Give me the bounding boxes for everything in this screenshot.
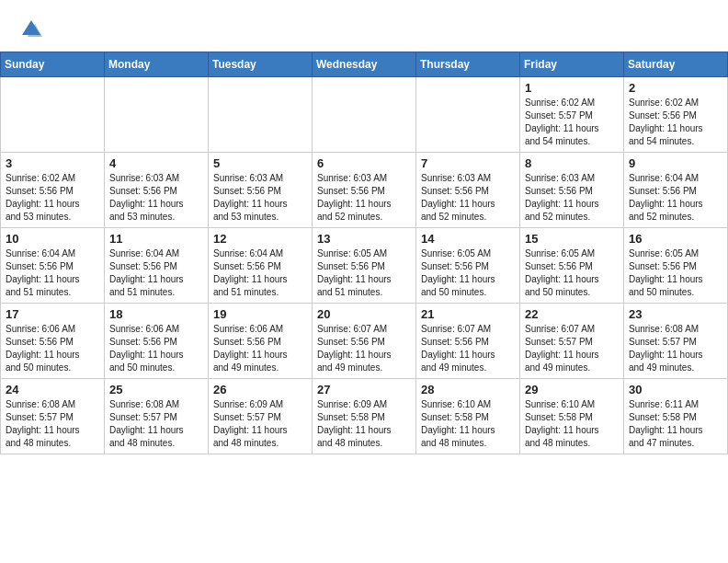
calendar-cell: 7Sunrise: 6:03 AM Sunset: 5:56 PM Daylig…: [416, 153, 520, 228]
calendar-cell: 21Sunrise: 6:07 AM Sunset: 5:56 PM Dayli…: [416, 304, 520, 379]
day-info: Sunrise: 6:07 AM Sunset: 5:56 PM Dayligh…: [421, 323, 515, 374]
calendar-cell: 1Sunrise: 6:02 AM Sunset: 5:57 PM Daylig…: [520, 77, 624, 153]
day-info: Sunrise: 6:07 AM Sunset: 5:56 PM Dayligh…: [317, 323, 411, 374]
calendar-cell: 6Sunrise: 6:03 AM Sunset: 5:56 PM Daylig…: [313, 153, 416, 228]
day-number: 1: [525, 81, 619, 95]
day-info: Sunrise: 6:05 AM Sunset: 5:56 PM Dayligh…: [629, 247, 722, 299]
calendar-cell: [416, 77, 520, 153]
calendar-cell: 19Sunrise: 6:06 AM Sunset: 5:56 PM Dayli…: [209, 304, 313, 379]
day-number: 30: [629, 383, 722, 396]
day-info: Sunrise: 6:06 AM Sunset: 5:56 PM Dayligh…: [6, 323, 99, 374]
calendar-table: SundayMondayTuesdayWednesdayThursdayFrid…: [0, 52, 728, 454]
calendar-cell: 15Sunrise: 6:05 AM Sunset: 5:56 PM Dayli…: [520, 228, 624, 304]
day-info: Sunrise: 6:10 AM Sunset: 5:58 PM Dayligh…: [525, 398, 619, 450]
day-info: Sunrise: 6:09 AM Sunset: 5:58 PM Dayligh…: [317, 398, 411, 450]
calendar-cell: 29Sunrise: 6:10 AM Sunset: 5:58 PM Dayli…: [520, 379, 624, 454]
calendar-cell: 18Sunrise: 6:06 AM Sunset: 5:56 PM Dayli…: [105, 304, 209, 379]
day-number: 3: [6, 156, 99, 170]
weekday-header-row: SundayMondayTuesdayWednesdayThursdayFrid…: [1, 52, 728, 77]
day-number: 23: [629, 307, 722, 321]
calendar-cell: 16Sunrise: 6:05 AM Sunset: 5:56 PM Dayli…: [624, 228, 728, 304]
day-number: 5: [213, 156, 307, 170]
calendar-cell: [209, 77, 313, 153]
day-info: Sunrise: 6:08 AM Sunset: 5:57 PM Dayligh…: [109, 398, 203, 450]
day-info: Sunrise: 6:05 AM Sunset: 5:56 PM Dayligh…: [317, 247, 411, 299]
calendar-cell: 26Sunrise: 6:09 AM Sunset: 5:57 PM Dayli…: [209, 379, 313, 454]
day-number: 7: [421, 156, 515, 170]
day-number: 14: [421, 232, 515, 246]
day-info: Sunrise: 6:02 AM Sunset: 5:57 PM Dayligh…: [525, 97, 619, 148]
calendar-week-row: 17Sunrise: 6:06 AM Sunset: 5:56 PM Dayli…: [1, 304, 728, 379]
day-info: Sunrise: 6:08 AM Sunset: 5:57 PM Dayligh…: [6, 398, 99, 450]
day-number: 21: [421, 307, 515, 321]
weekday-header: Friday: [520, 52, 624, 77]
calendar-cell: 10Sunrise: 6:04 AM Sunset: 5:56 PM Dayli…: [1, 228, 105, 304]
day-number: 17: [6, 307, 99, 321]
day-number: 2: [629, 81, 722, 95]
calendar-cell: 25Sunrise: 6:08 AM Sunset: 5:57 PM Dayli…: [105, 379, 209, 454]
day-info: Sunrise: 6:05 AM Sunset: 5:56 PM Dayligh…: [525, 247, 619, 299]
calendar-cell: 12Sunrise: 6:04 AM Sunset: 5:56 PM Dayli…: [209, 228, 313, 304]
calendar-cell: 23Sunrise: 6:08 AM Sunset: 5:57 PM Dayli…: [624, 304, 728, 379]
day-number: 18: [109, 307, 203, 321]
day-number: 6: [317, 156, 411, 170]
day-number: 13: [317, 232, 411, 246]
calendar-week-row: 3Sunrise: 6:02 AM Sunset: 5:56 PM Daylig…: [1, 153, 728, 228]
calendar-cell: 28Sunrise: 6:10 AM Sunset: 5:58 PM Dayli…: [416, 379, 520, 454]
calendar-cell: 3Sunrise: 6:02 AM Sunset: 5:56 PM Daylig…: [1, 153, 105, 228]
day-info: Sunrise: 6:06 AM Sunset: 5:56 PM Dayligh…: [109, 323, 203, 374]
weekday-header: Saturday: [624, 52, 728, 77]
day-info: Sunrise: 6:04 AM Sunset: 5:56 PM Dayligh…: [6, 247, 99, 299]
day-info: Sunrise: 6:03 AM Sunset: 5:56 PM Dayligh…: [317, 172, 411, 224]
page-header: [0, 0, 728, 52]
weekday-header: Sunday: [1, 52, 105, 77]
calendar-week-row: 10Sunrise: 6:04 AM Sunset: 5:56 PM Dayli…: [1, 228, 728, 304]
calendar-cell: 30Sunrise: 6:11 AM Sunset: 5:58 PM Dayli…: [624, 379, 728, 454]
calendar-cell: 2Sunrise: 6:02 AM Sunset: 5:56 PM Daylig…: [624, 77, 728, 153]
day-number: 27: [317, 383, 411, 396]
day-info: Sunrise: 6:02 AM Sunset: 5:56 PM Dayligh…: [6, 172, 99, 224]
calendar-week-row: 24Sunrise: 6:08 AM Sunset: 5:57 PM Dayli…: [1, 379, 728, 454]
day-info: Sunrise: 6:06 AM Sunset: 5:56 PM Dayligh…: [213, 323, 307, 374]
day-info: Sunrise: 6:04 AM Sunset: 5:56 PM Dayligh…: [213, 247, 307, 299]
day-number: 4: [109, 156, 203, 170]
day-info: Sunrise: 6:07 AM Sunset: 5:57 PM Dayligh…: [525, 323, 619, 374]
day-info: Sunrise: 6:09 AM Sunset: 5:57 PM Dayligh…: [213, 398, 307, 450]
day-info: Sunrise: 6:05 AM Sunset: 5:56 PM Dayligh…: [421, 247, 515, 299]
day-number: 9: [629, 156, 722, 170]
day-number: 10: [6, 232, 99, 246]
day-number: 24: [6, 383, 99, 396]
weekday-header: Wednesday: [313, 52, 416, 77]
day-info: Sunrise: 6:10 AM Sunset: 5:58 PM Dayligh…: [421, 398, 515, 450]
day-info: Sunrise: 6:04 AM Sunset: 5:56 PM Dayligh…: [109, 247, 203, 299]
day-number: 26: [213, 383, 307, 396]
calendar-cell: 11Sunrise: 6:04 AM Sunset: 5:56 PM Dayli…: [105, 228, 209, 304]
calendar-cell: 9Sunrise: 6:04 AM Sunset: 5:56 PM Daylig…: [624, 153, 728, 228]
day-number: 16: [629, 232, 722, 246]
day-info: Sunrise: 6:04 AM Sunset: 5:56 PM Dayligh…: [629, 172, 722, 224]
day-info: Sunrise: 6:08 AM Sunset: 5:57 PM Dayligh…: [629, 323, 722, 374]
calendar-cell: 5Sunrise: 6:03 AM Sunset: 5:56 PM Daylig…: [209, 153, 313, 228]
day-info: Sunrise: 6:03 AM Sunset: 5:56 PM Dayligh…: [109, 172, 203, 224]
day-number: 11: [109, 232, 203, 246]
calendar-week-row: 1Sunrise: 6:02 AM Sunset: 5:57 PM Daylig…: [1, 77, 728, 153]
logo: [18, 17, 48, 42]
calendar-cell: [105, 77, 209, 153]
calendar-cell: 20Sunrise: 6:07 AM Sunset: 5:56 PM Dayli…: [313, 304, 416, 379]
calendar-cell: 27Sunrise: 6:09 AM Sunset: 5:58 PM Dayli…: [313, 379, 416, 454]
day-number: 22: [525, 307, 619, 321]
calendar-cell: 8Sunrise: 6:03 AM Sunset: 5:56 PM Daylig…: [520, 153, 624, 228]
calendar-cell: 14Sunrise: 6:05 AM Sunset: 5:56 PM Dayli…: [416, 228, 520, 304]
day-number: 20: [317, 307, 411, 321]
day-number: 15: [525, 232, 619, 246]
day-info: Sunrise: 6:11 AM Sunset: 5:58 PM Dayligh…: [629, 398, 722, 450]
day-info: Sunrise: 6:03 AM Sunset: 5:56 PM Dayligh…: [421, 172, 515, 224]
calendar-cell: 13Sunrise: 6:05 AM Sunset: 5:56 PM Dayli…: [313, 228, 416, 304]
day-info: Sunrise: 6:02 AM Sunset: 5:56 PM Dayligh…: [629, 97, 722, 148]
day-number: 8: [525, 156, 619, 170]
day-info: Sunrise: 6:03 AM Sunset: 5:56 PM Dayligh…: [213, 172, 307, 224]
calendar-cell: [313, 77, 416, 153]
day-number: 28: [421, 383, 515, 396]
weekday-header: Thursday: [416, 52, 520, 77]
day-number: 19: [213, 307, 307, 321]
